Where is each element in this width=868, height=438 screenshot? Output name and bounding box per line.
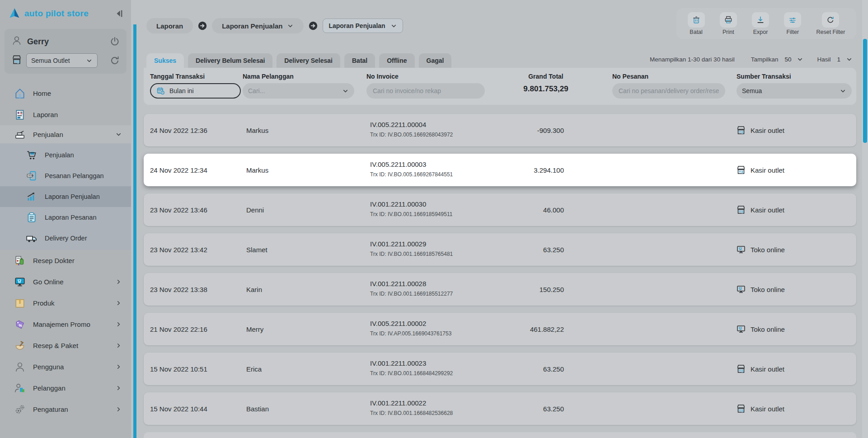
scrollbar-thumb[interactable] [863,39,867,143]
chevron-right-icon [115,300,122,306]
prescription-icon [14,254,26,267]
reset-filter-button[interactable]: Reset Filter [816,12,845,35]
breadcrumb-laporan-penjualan[interactable]: Laporan Penjualan [212,18,304,33]
sidebar: auto pilot store Gerry Semua Ou [0,0,131,438]
printer-icon [720,12,737,28]
chevron-right-icon [115,385,122,391]
page-size-select[interactable]: 50 [784,56,803,63]
user-card: Gerry Semua Outlet [5,29,127,74]
sidebar-item-manajemen-promo[interactable]: % Manajemen Promo [0,314,131,335]
sidebar-item-home[interactable]: Home [0,83,131,104]
arrow-right-circle-icon [308,21,318,31]
sidebar-item-produk[interactable]: Produk [0,292,131,314]
report-type-select[interactable]: Laporan Penjualan [323,19,403,33]
chart-up-icon [25,190,38,203]
storefront-icon [736,363,746,374]
source-select[interactable]: Semua [737,83,852,99]
outlet-select[interactable]: Semua Outlet [26,53,98,68]
storefront-icon [736,165,746,175]
transaction-row[interactable]: 23 Nov 2022 13:46 Denni IV.001.2211.0003… [144,193,856,226]
sidebar-item-resep-paket[interactable]: Resep & Paket [0,335,131,356]
transaction-row[interactable]: 21 Nov 2022 22:16 Merry IV.005.2211.0000… [144,313,856,345]
monitor-cart-icon [14,276,26,288]
box-icon [14,297,26,310]
clipboard-icon [25,211,38,224]
filter-pesanan: No Pesanan [612,73,725,99]
tab-offline[interactable]: Offline [379,53,414,68]
sidebar-item-penjualan[interactable]: Penjualan [0,145,131,165]
chevron-down-icon [115,131,122,138]
results-meta: Menampilkan 1-30 dari 30 hasil Tampilkan… [650,56,853,63]
tab-gagal[interactable]: Gagal [419,53,452,68]
mortar-icon [14,339,26,352]
refresh-icon[interactable] [109,55,120,66]
print-button[interactable]: Print [720,12,737,35]
chevron-right-icon [115,406,122,413]
sidebar-item-resep-dokter[interactable]: Resep Dokter [0,250,131,271]
filter-button[interactable]: Filter [784,12,801,35]
sidebar-item-pesanan-pelanggan[interactable]: ORDER Pesanan Pelanggan [0,165,131,186]
online-store-icon [736,324,746,334]
transaction-row[interactable]: 23 Nov 2022 13:38 Karin IV.001.2211.0002… [144,273,856,306]
transaction-row[interactable]: 23 Nov 2022 13:42 Slamet IV.001.2211.000… [144,233,856,266]
page-select[interactable]: 1 [837,56,853,63]
date-range-picker[interactable]: Bulan ini [150,83,241,99]
collapse-sidebar-icon[interactable] [114,9,124,19]
app-window: auto pilot store Gerry Semua Ou [0,0,868,438]
logout-power-icon[interactable] [109,36,120,47]
sidebar-item-laporan-pesanan[interactable]: Laporan Pesanan [0,207,131,228]
tab-batal[interactable]: Batal [344,53,375,68]
sidebar-item-go-online[interactable]: Go Online [0,271,131,292]
transactions-list: 24 Nov 2022 12:36 Markus IV.005.2211.000… [144,114,856,438]
sidebar-item-pelanggan[interactable]: Pelanggan [0,377,131,399]
breadcrumb-laporan[interactable]: Laporan [146,18,193,33]
person-icon [11,35,23,48]
sidebar-item-laporan[interactable]: Laporan [0,104,131,125]
sidebar-item-penjualan-group[interactable]: Penjualan [0,125,131,143]
results-count: Menampilkan 1-30 dari 30 hasil [650,56,735,63]
download-icon [752,12,769,28]
trash-icon [688,12,705,28]
sidebar-item-laporan-penjualan[interactable]: Laporan Penjualan [0,186,131,207]
sidebar-item-pengguna[interactable]: Pengguna [0,356,131,377]
home-icon [14,87,26,100]
cart-icon [25,149,38,161]
logo-row: auto pilot store [0,0,131,24]
svg-text:ORDER: ORDER [28,175,33,177]
sidebar-item-delivery-order[interactable]: Delivery Order [0,228,131,249]
transaction-row-selected[interactable]: 24 Nov 2022 12:34 Markus IV.005.2211.000… [144,154,856,186]
sliders-icon [784,12,801,28]
filter-tanggal: Tanggal Transaksi Bulan ini [150,73,243,99]
tab-sukses[interactable]: Sukses [146,53,184,68]
export-button[interactable]: Expor [752,12,769,35]
gears-icon [14,403,26,416]
svg-text:%: % [19,323,22,328]
batal-button[interactable]: Batal [688,12,705,35]
hasil-label: Hasil [817,56,830,63]
truck-icon [25,232,38,245]
status-tabs: Sukses Delivery Belum Selesai Delivery S… [146,53,451,68]
customer-select[interactable]: Cari... [243,83,354,99]
transaction-row[interactable]: 15 Nov 2022 10:51 Erica IV.001.2211.0002… [144,353,856,385]
brand-name: auto pilot store [24,9,89,19]
sidebar-accent-divider [133,24,136,438]
filter-panel: Tanggal Transaksi Bulan ini Nama Pelangg… [144,68,856,105]
storefront-icon [736,125,746,136]
transaction-row[interactable]: 24 Nov 2022 12:36 Markus IV.005.2211.000… [144,114,856,146]
person-icon [14,361,26,373]
cash-register-icon [14,128,26,141]
report-icon [14,108,26,121]
filter-pelanggan: Nama Pelanggan Cari... [243,73,354,99]
sidebar-item-pengaturan[interactable]: Pengaturan [0,399,131,420]
filter-invoice: No Invoice [366,73,485,99]
sidebar-menu: Home Laporan Penjualan Penjualan ORDER P… [0,83,131,420]
calendar-clock-icon [156,86,165,95]
transaction-row[interactable]: 15 Nov 2022 10:44 Bastian IV.001.2211.00… [144,392,856,425]
tab-delivery-selesai[interactable]: Delivery Selesai [277,53,340,68]
invoice-search-input[interactable] [366,83,485,99]
page-scrollbar [862,0,868,438]
penjualan-submenu: Penjualan ORDER Pesanan Pelanggan Lapora… [0,143,131,250]
order-search-input[interactable] [612,83,725,99]
tab-delivery-belum-selesai[interactable]: Delivery Belum Selesai [188,53,272,68]
tampilkan-label: Tampilkan [751,56,779,63]
